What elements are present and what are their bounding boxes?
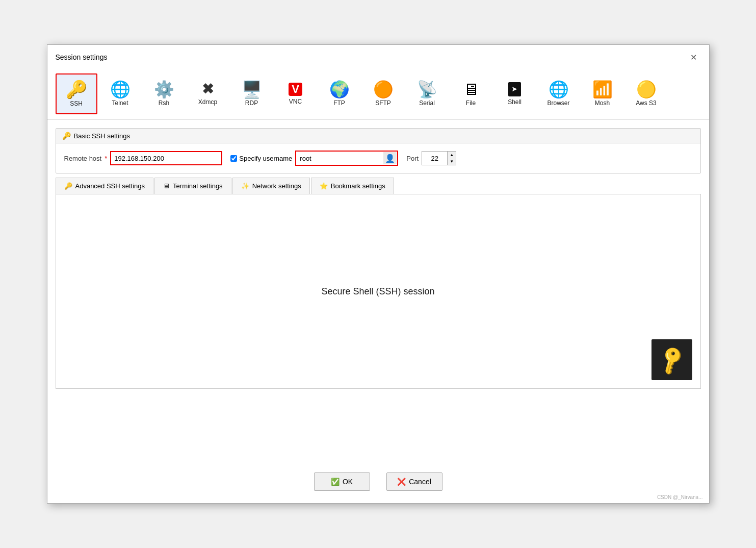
protocol-ftp[interactable]: 🌍 FTP [319, 73, 360, 114]
rsh-icon: ⚙️ [154, 81, 174, 97]
network-label: Network settings [252, 182, 301, 190]
ok-icon: ✅ [331, 478, 340, 486]
ssh-icon: 🔑 [66, 81, 87, 98]
protocol-serial[interactable]: 📡 Serial [406, 73, 448, 114]
protocol-file[interactable]: 🖥 File [450, 73, 492, 114]
dialog-footer: ✅ OK ❌ Cancel [47, 460, 709, 503]
mosh-icon: 📶 [592, 81, 613, 97]
basic-settings-body: Remote host * Specify username 👤 Port [56, 143, 700, 173]
tab-bookmark[interactable]: ⭐ Bookmark settings [311, 178, 394, 194]
protocol-sftp-label: SFTP [375, 99, 391, 107]
xdmcp-icon: ✖ [202, 82, 214, 96]
port-input[interactable] [422, 151, 447, 165]
tab-advanced-ssh[interactable]: 🔑 Advanced SSH settings [56, 178, 154, 194]
remote-host-input[interactable] [110, 151, 222, 165]
username-input-group: 👤 [295, 151, 398, 166]
vnc-icon: V [289, 83, 302, 96]
port-label: Port [406, 155, 419, 162]
protocol-telnet[interactable]: 🌐 Telnet [99, 73, 141, 114]
tabs-header: 🔑 Advanced SSH settings 🖥 Terminal setti… [56, 178, 701, 194]
browser-icon: 🌐 [549, 81, 569, 97]
settings-tabs-container: 🔑 Advanced SSH settings 🖥 Terminal setti… [56, 178, 701, 389]
advanced-ssh-icon: 🔑 [64, 182, 72, 190]
advanced-ssh-label: Advanced SSH settings [75, 182, 145, 190]
dialog-title: Session settings [56, 53, 108, 61]
protocol-serial-label: Serial [419, 99, 435, 107]
protocol-rsh[interactable]: ⚙️ Rsh [143, 73, 185, 114]
cancel-label: Cancel [409, 478, 431, 486]
ok-button[interactable]: ✅ OK [314, 472, 370, 491]
shell-icon: ➤ [508, 82, 520, 96]
tab-terminal[interactable]: 🖥 Terminal settings [154, 178, 231, 194]
protocol-xdmcp-label: Xdmcp [198, 98, 217, 106]
port-increment-button[interactable]: ▲ [448, 152, 456, 158]
protocol-ssh-label: SSH [70, 100, 83, 107]
tab-network[interactable]: ✨ Network settings [232, 178, 310, 194]
tab-content-inner: Secure Shell (SSH) session 🔑 [56, 194, 700, 388]
close-button[interactable]: ✕ [687, 50, 701, 64]
protocol-mosh-label: Mosh [595, 99, 610, 107]
terminal-icon: 🖥 [163, 182, 170, 190]
basic-ssh-settings-section: 🔑 Basic SSH settings Remote host * Speci… [56, 128, 701, 173]
port-decrement-button[interactable]: ▼ [448, 158, 456, 165]
basic-settings-key-icon: 🔑 [62, 132, 71, 140]
protocol-bar: 🔑 SSH 🌐 Telnet ⚙️ Rsh ✖ Xdmcp 🖥️ RDP V V… [47, 68, 709, 120]
protocol-awss3[interactable]: 🟡 Aws S3 [625, 73, 667, 114]
session-settings-dialog: Session settings ✕ 🔑 SSH 🌐 Telnet ⚙️ Rsh… [47, 44, 710, 504]
protocol-awss3-label: Aws S3 [636, 99, 656, 107]
watermark-text: CSDN @_Nirvana... [657, 494, 703, 500]
ftp-icon: 🌍 [329, 81, 350, 97]
username-input[interactable] [297, 152, 383, 164]
tab-content-area: Secure Shell (SSH) session 🔑 [56, 194, 701, 389]
cancel-icon: ❌ [397, 478, 406, 486]
protocol-shell[interactable]: ➤ Shell [494, 73, 536, 114]
username-group: Specify username 👤 [230, 151, 398, 166]
protocol-browser-label: Browser [547, 99, 569, 107]
session-description: Secure Shell (SSH) session [321, 286, 434, 297]
protocol-sftp[interactable]: 🟠 SFTP [362, 73, 404, 114]
required-indicator: * [105, 155, 107, 162]
protocol-rdp-label: RDP [245, 99, 258, 107]
awss3-icon: 🟡 [636, 81, 657, 97]
cancel-button[interactable]: ❌ Cancel [386, 472, 442, 491]
bookmark-label: Bookmark settings [331, 182, 385, 190]
key-emoji-icon: 🔑 [655, 343, 689, 377]
network-icon: ✨ [241, 182, 249, 190]
ssh-key-icon-display: 🔑 [651, 339, 692, 380]
title-bar: Session settings ✕ [47, 45, 709, 68]
port-group: Port ▲ ▼ [406, 151, 456, 165]
protocol-xdmcp[interactable]: ✖ Xdmcp [187, 73, 229, 114]
telnet-icon: 🌐 [110, 81, 131, 97]
protocol-ftp-label: FTP [333, 99, 345, 107]
specify-username-label: Specify username [239, 155, 292, 162]
protocol-telnet-label: Telnet [112, 99, 128, 107]
user-picker-button[interactable]: 👤 [383, 152, 397, 164]
port-spinner-buttons: ▲ ▼ [447, 151, 456, 165]
port-spinner: ▲ ▼ [422, 151, 456, 165]
protocol-rdp[interactable]: 🖥️ RDP [231, 73, 273, 114]
basic-settings-title: Basic SSH settings [74, 132, 131, 140]
protocol-mosh[interactable]: 📶 Mosh [582, 73, 623, 114]
protocol-vnc[interactable]: V VNC [275, 73, 317, 114]
protocol-shell-label: Shell [508, 98, 522, 106]
remote-host-label: Remote host [64, 155, 102, 162]
basic-settings-header: 🔑 Basic SSH settings [56, 129, 700, 143]
sftp-icon: 🟠 [373, 81, 394, 97]
serial-icon: 📡 [417, 81, 437, 97]
specify-username-checkbox-label[interactable]: Specify username [230, 155, 292, 162]
ok-label: OK [343, 478, 353, 486]
protocol-ssh[interactable]: 🔑 SSH [56, 73, 97, 114]
protocol-browser[interactable]: 🌐 Browser [538, 73, 580, 114]
remote-host-group: Remote host * [64, 151, 223, 165]
protocol-vnc-label: VNC [289, 98, 302, 105]
specify-username-checkbox[interactable] [230, 155, 237, 162]
protocol-rsh-label: Rsh [159, 99, 169, 107]
terminal-label: Terminal settings [173, 182, 223, 190]
protocol-file-label: File [466, 99, 476, 107]
file-icon: 🖥 [463, 81, 479, 97]
rdp-icon: 🖥️ [242, 81, 262, 97]
bookmark-icon: ⭐ [320, 182, 328, 190]
